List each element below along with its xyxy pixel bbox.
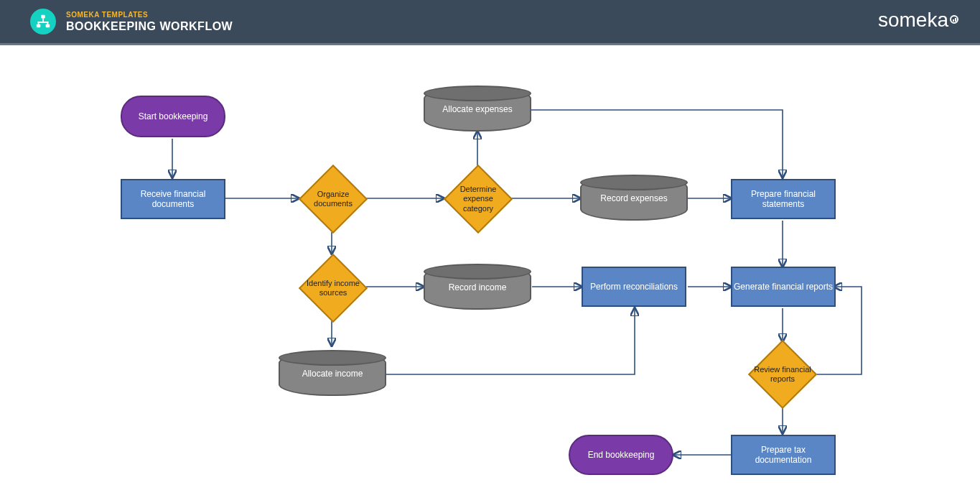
header-bar: SOMEKA TEMPLATES BOOKKEEPING WORKFLOW so… bbox=[0, 0, 980, 43]
svg-rect-6 bbox=[47, 22, 49, 25]
svg-rect-5 bbox=[38, 22, 39, 25]
node-label: Organize documents bbox=[299, 190, 368, 208]
node-label: Record income bbox=[449, 282, 507, 292]
node-label: Record expenses bbox=[600, 193, 667, 203]
node-label: Prepare tax documentation bbox=[732, 445, 834, 466]
node-organize-documents: Organize documents bbox=[299, 165, 368, 234]
node-label: Review financial reports bbox=[748, 365, 817, 384]
node-label: Generate financial reports bbox=[734, 282, 833, 292]
svg-rect-0 bbox=[41, 15, 45, 19]
node-end: End bookkeeping bbox=[569, 435, 673, 475]
node-perform-reconciliations: Perform reconciliations bbox=[582, 267, 686, 307]
node-label: Allocate income bbox=[302, 369, 363, 379]
node-label: Allocate expenses bbox=[442, 104, 512, 114]
node-determine-expense-category: Determine expense category bbox=[444, 165, 513, 234]
node-review-reports: Review financial reports bbox=[748, 340, 817, 409]
node-record-income: Record income bbox=[424, 265, 531, 310]
node-allocate-income: Allocate income bbox=[279, 351, 386, 396]
node-label: Determine expense category bbox=[444, 185, 513, 213]
node-record-expenses: Record expenses bbox=[580, 176, 688, 221]
node-label: Start bookkeeping bbox=[139, 111, 208, 121]
node-prepare-statements: Prepare financial statements bbox=[731, 179, 836, 219]
node-receive-documents: Receive financial documents bbox=[121, 179, 225, 219]
svg-rect-3 bbox=[42, 18, 44, 22]
node-allocate-expenses: Allocate expenses bbox=[424, 87, 531, 131]
flowchart-canvas: Start bookkeeping Receive financial docu… bbox=[0, 45, 980, 503]
node-label: Perform reconciliations bbox=[590, 282, 678, 292]
node-generate-reports: Generate financial reports bbox=[731, 267, 836, 307]
node-label: Receive financial documents bbox=[122, 189, 224, 210]
node-label: Identify income sources bbox=[299, 279, 368, 297]
header-title: BOOKKEEPING WORKFLOW bbox=[66, 20, 233, 33]
node-prepare-tax: Prepare tax documentation bbox=[731, 435, 836, 475]
node-label: End bookkeeping bbox=[588, 450, 655, 460]
header-subtitle: SOMEKA TEMPLATES bbox=[66, 11, 233, 19]
node-identify-income-sources: Identify income sources bbox=[299, 254, 368, 323]
node-label: Prepare financial statements bbox=[732, 189, 834, 210]
brand-logo: someka bbox=[878, 9, 958, 32]
svg-rect-4 bbox=[38, 22, 49, 23]
flowchart-icon bbox=[30, 9, 56, 34]
node-start: Start bookkeeping bbox=[121, 96, 225, 137]
